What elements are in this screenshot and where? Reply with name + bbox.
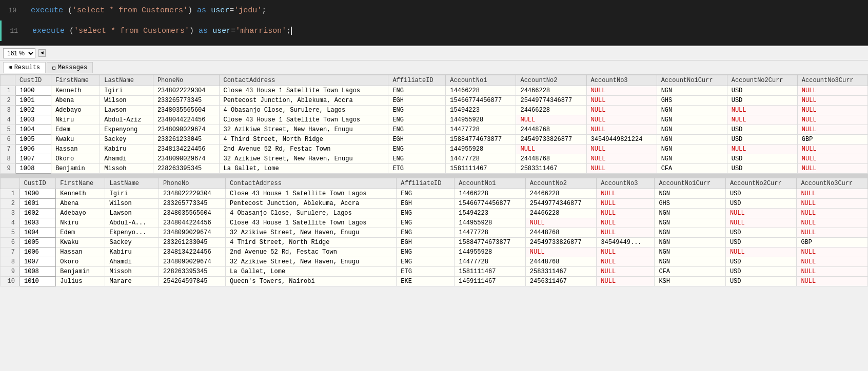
table-cell: 15466774456877 xyxy=(446,96,516,106)
table-cell: GBP xyxy=(797,238,868,248)
table-cell: Close 43 House 1 Satellite Town Lagos xyxy=(219,115,388,125)
table-cell: 8 xyxy=(1,154,15,164)
table-cell: 1008 xyxy=(15,164,51,174)
table-cell: NULL xyxy=(516,145,586,154)
table-cell: NULL xyxy=(597,199,655,209)
table-row: 51004EdemEkpenyo...234809002967432 Aziki… xyxy=(1,228,868,238)
table-cell: USD xyxy=(725,228,796,238)
table-cell: NULL xyxy=(586,154,657,164)
table-cell: Okoro xyxy=(56,257,105,267)
table-cell: NULL xyxy=(725,209,796,218)
table-cell: NULL xyxy=(725,218,796,228)
zoom-select[interactable]: 161 % 50 % 75 % 100 % 125 % 150 % 200 % xyxy=(3,48,35,58)
table-cell: NULL xyxy=(525,248,596,257)
table-cell: 7 xyxy=(1,145,15,154)
table-cell: 1006 xyxy=(19,248,56,257)
table-cell: 2348044224456 xyxy=(153,115,219,125)
table-cell: NULL xyxy=(797,228,868,238)
table-cell: 1005 xyxy=(15,135,51,145)
table-cell: NULL xyxy=(525,218,596,228)
table-row: 21001AbenaWilson233265773345Pentecost Ju… xyxy=(1,96,868,106)
table-cell: 14477728 xyxy=(455,228,525,238)
col2-header-custid: CustID xyxy=(19,178,56,189)
table-cell: 14477728 xyxy=(446,154,516,164)
table-cell: EGH xyxy=(388,135,446,145)
table-cell: Adebayo xyxy=(56,209,105,218)
table-row: 61005KwakuSackey2332612330454 Third Stre… xyxy=(1,238,868,248)
table-cell: NULL xyxy=(797,257,868,267)
col2-header-accountno1: AccountNo1 xyxy=(455,178,525,189)
table-cell: EGH xyxy=(397,199,455,209)
table-cell: 2583311467 xyxy=(516,164,586,174)
code-editor: 10 execute ('select * from Customers') a… xyxy=(0,0,868,46)
table-cell: 7 xyxy=(1,248,20,257)
results-icon: ⊞ xyxy=(9,64,12,71)
table-header-row-1: CustID FirstName LastName PhoneNo Contac… xyxy=(1,75,868,86)
table-cell: Wilson xyxy=(100,96,153,106)
table-cell: Lawson xyxy=(100,106,153,115)
scroll-left-button[interactable]: ◄ xyxy=(38,49,46,57)
table-cell: 1003 xyxy=(15,115,51,125)
table-cell: 4 Obasanjo Close, Surulere, Lagos xyxy=(219,106,388,115)
table-cell: NULL xyxy=(597,248,655,257)
table-row: 71006HassanKabiru23481342244562nd Avenue… xyxy=(1,145,868,154)
table-cell: 14466228 xyxy=(455,189,525,199)
table-cell: EKE xyxy=(397,277,455,286)
table-cell: ETG xyxy=(388,164,446,174)
col-header-phoneno: PhoneNo xyxy=(153,75,219,86)
table-cell: 4 xyxy=(1,115,15,125)
table-cell: Missoh xyxy=(105,267,159,277)
col2-header-accountno2: AccountNo2 xyxy=(525,178,596,189)
table-cell: NULL xyxy=(727,145,797,154)
table-cell: 25449774346877 xyxy=(516,96,586,106)
table-row: 81007OkoroAhamdi234809002967432 Azikiwe … xyxy=(1,154,868,164)
col2-header-accountno3curr: AccountNo3Curr xyxy=(797,178,868,189)
table-cell: 5 xyxy=(1,125,15,135)
table-header-row-2: CustID FirstName LastName PhoneNo Contac… xyxy=(1,178,868,189)
table-cell: 8 xyxy=(1,257,20,267)
table-cell: 32 Azikiwe Street, New Haven, Enugu xyxy=(226,257,397,267)
table-cell: 144955928 xyxy=(446,145,516,154)
table-cell: EGH xyxy=(388,96,446,106)
table-cell: Abdul-A... xyxy=(105,218,159,228)
table-cell: NGN xyxy=(655,248,725,257)
table-cell: NULL xyxy=(586,96,657,106)
table-cell: 24448768 xyxy=(516,125,586,135)
table-cell: NULL xyxy=(797,218,868,228)
table-cell: Ahamdi xyxy=(105,257,159,267)
table-cell: NULL xyxy=(586,164,657,174)
table-cell: Sackey xyxy=(105,238,159,248)
table-cell: 2348035565604 xyxy=(153,106,219,115)
table-cell: EGH xyxy=(397,238,455,248)
table-row: 41003NkiruAbdul-A...2348044224456Close 4… xyxy=(1,218,868,228)
table-cell: NULL xyxy=(586,86,657,96)
table-cell: 14466228 xyxy=(446,86,516,96)
table-cell: 4 Third Street, North Ridge xyxy=(219,135,388,145)
col2-header-lastname: LastName xyxy=(105,178,159,189)
table-cell: USD xyxy=(727,135,797,145)
table-cell: 24549733826877 xyxy=(525,238,596,248)
table-cell: 233265773345 xyxy=(159,199,226,209)
table-cell: Missoh xyxy=(100,164,153,174)
table-cell: 25449774346877 xyxy=(525,199,596,209)
tab-messages[interactable]: ⊟ Messages xyxy=(47,62,93,73)
col-header-accountno3: AccountNo3 xyxy=(586,75,657,86)
table-cell: NULL xyxy=(797,125,867,135)
col-header-firstname: FirstName xyxy=(51,75,100,86)
table-cell: NGN xyxy=(655,218,725,228)
table-cell: NGN xyxy=(657,135,727,145)
table-cell: 1007 xyxy=(19,257,56,267)
table-cell: CFA xyxy=(657,164,727,174)
table-cell: Kabiru xyxy=(105,248,159,257)
table-cell: 1003 xyxy=(19,218,56,228)
table-cell: NULL xyxy=(797,248,868,257)
table-cell: GHS xyxy=(657,96,727,106)
table-cell: NULL xyxy=(516,115,586,125)
table-cell: 4 xyxy=(1,218,20,228)
table-cell: Close 43 House 1 Satellite Town Lagos xyxy=(226,218,397,228)
col-header-lastname: LastName xyxy=(100,75,153,86)
table-cell: Close 43 House 1 Satellite Town Lagos xyxy=(219,86,388,96)
tab-results[interactable]: ⊞ Results xyxy=(3,62,46,73)
result-set-2: CustID FirstName LastName PhoneNo Contac… xyxy=(0,178,868,286)
col2-header-affiliateid: AffiliateID xyxy=(397,178,455,189)
